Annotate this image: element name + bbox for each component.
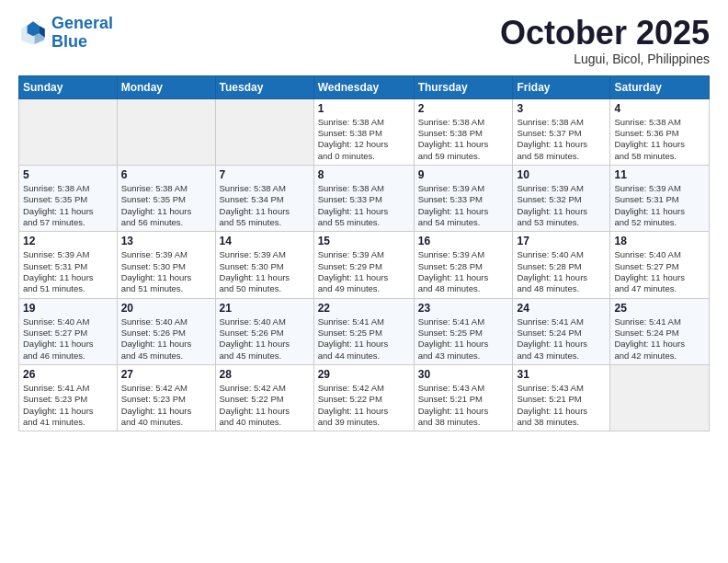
cell-info: Sunrise: 5:38 AM Sunset: 5:36 PM Dayligh… xyxy=(614,117,705,162)
subtitle: Lugui, Bicol, Philippines xyxy=(500,52,710,66)
day-number: 14 xyxy=(220,235,310,247)
day-number: 27 xyxy=(121,368,211,381)
day-number: 5 xyxy=(23,168,113,181)
day-number: 8 xyxy=(318,168,410,181)
cell-info: Sunrise: 5:38 AM Sunset: 5:33 PM Dayligh… xyxy=(318,183,410,228)
day-number: 9 xyxy=(418,168,509,181)
cell-info: Sunrise: 5:39 AM Sunset: 5:32 PM Dayligh… xyxy=(517,183,606,228)
day-number: 30 xyxy=(418,368,509,381)
calendar-cell: 16Sunrise: 5:39 AM Sunset: 5:28 PM Dayli… xyxy=(414,232,513,298)
cell-info: Sunrise: 5:40 AM Sunset: 5:26 PM Dayligh… xyxy=(121,316,211,362)
logo: General Blue xyxy=(18,15,113,52)
logo-text: General Blue xyxy=(51,15,113,52)
day-number: 1 xyxy=(318,102,410,115)
calendar-cell: 5Sunrise: 5:38 AM Sunset: 5:35 PM Daylig… xyxy=(19,165,118,231)
day-number: 20 xyxy=(121,302,211,315)
calendar-week-4: 19Sunrise: 5:40 AM Sunset: 5:27 PM Dayli… xyxy=(19,298,710,364)
day-number: 25 xyxy=(614,302,705,315)
day-number: 4 xyxy=(614,102,705,115)
calendar-cell: 10Sunrise: 5:39 AM Sunset: 5:32 PM Dayli… xyxy=(513,165,610,231)
calendar-cell: 22Sunrise: 5:41 AM Sunset: 5:25 PM Dayli… xyxy=(313,298,414,364)
logo-line1: General xyxy=(51,14,113,32)
calendar-cell: 17Sunrise: 5:40 AM Sunset: 5:28 PM Dayli… xyxy=(513,232,610,298)
cell-info: Sunrise: 5:42 AM Sunset: 5:22 PM Dayligh… xyxy=(220,383,310,428)
cell-info: Sunrise: 5:40 AM Sunset: 5:27 PM Dayligh… xyxy=(614,249,705,294)
logo-line2: Blue xyxy=(51,32,87,51)
day-number: 26 xyxy=(23,368,113,381)
day-number: 11 xyxy=(614,168,705,181)
day-number: 7 xyxy=(220,168,310,181)
cell-info: Sunrise: 5:41 AM Sunset: 5:23 PM Dayligh… xyxy=(23,383,113,428)
calendar-week-3: 12Sunrise: 5:39 AM Sunset: 5:31 PM Dayli… xyxy=(19,232,710,298)
cell-info: Sunrise: 5:40 AM Sunset: 5:27 PM Dayligh… xyxy=(23,316,113,362)
title-block: October 2025 Lugui, Bicol, Philippines xyxy=(500,15,710,66)
cell-info: Sunrise: 5:38 AM Sunset: 5:38 PM Dayligh… xyxy=(318,117,410,162)
cell-info: Sunrise: 5:39 AM Sunset: 5:30 PM Dayligh… xyxy=(121,249,211,294)
day-header-wednesday: Wednesday xyxy=(313,75,414,98)
day-header-sunday: Sunday xyxy=(19,75,118,98)
calendar-cell: 21Sunrise: 5:40 AM Sunset: 5:26 PM Dayli… xyxy=(215,298,313,364)
cell-info: Sunrise: 5:41 AM Sunset: 5:25 PM Dayligh… xyxy=(318,316,410,362)
cell-info: Sunrise: 5:42 AM Sunset: 5:22 PM Dayligh… xyxy=(318,383,410,428)
day-number: 15 xyxy=(318,235,410,247)
calendar-cell: 12Sunrise: 5:39 AM Sunset: 5:31 PM Dayli… xyxy=(19,232,118,298)
day-number: 23 xyxy=(418,302,509,315)
calendar-cell: 25Sunrise: 5:41 AM Sunset: 5:24 PM Dayli… xyxy=(610,298,710,364)
day-number: 16 xyxy=(418,235,509,247)
calendar-cell: 18Sunrise: 5:40 AM Sunset: 5:27 PM Dayli… xyxy=(610,232,710,298)
calendar-cell: 28Sunrise: 5:42 AM Sunset: 5:22 PM Dayli… xyxy=(215,365,313,431)
cell-info: Sunrise: 5:40 AM Sunset: 5:26 PM Dayligh… xyxy=(220,316,310,362)
calendar-cell: 8Sunrise: 5:38 AM Sunset: 5:33 PM Daylig… xyxy=(313,165,414,231)
day-number: 13 xyxy=(121,235,211,247)
calendar-cell: 27Sunrise: 5:42 AM Sunset: 5:23 PM Dayli… xyxy=(117,365,215,431)
day-number: 31 xyxy=(517,368,606,381)
calendar-cell: 6Sunrise: 5:38 AM Sunset: 5:35 PM Daylig… xyxy=(117,165,215,231)
calendar-cell: 4Sunrise: 5:38 AM Sunset: 5:36 PM Daylig… xyxy=(610,98,710,165)
day-number: 24 xyxy=(517,302,606,315)
day-number: 10 xyxy=(517,168,606,181)
cell-info: Sunrise: 5:38 AM Sunset: 5:34 PM Dayligh… xyxy=(220,183,310,228)
cell-info: Sunrise: 5:39 AM Sunset: 5:31 PM Dayligh… xyxy=(614,183,705,228)
day-number: 19 xyxy=(23,302,113,315)
day-number: 29 xyxy=(318,368,410,381)
calendar-week-5: 26Sunrise: 5:41 AM Sunset: 5:23 PM Dayli… xyxy=(19,365,710,431)
cell-info: Sunrise: 5:43 AM Sunset: 5:21 PM Dayligh… xyxy=(418,383,509,428)
day-number: 2 xyxy=(418,102,509,115)
calendar-cell: 13Sunrise: 5:39 AM Sunset: 5:30 PM Dayli… xyxy=(117,232,215,298)
day-header-saturday: Saturday xyxy=(610,75,710,98)
day-number: 17 xyxy=(517,235,606,247)
cell-info: Sunrise: 5:40 AM Sunset: 5:28 PM Dayligh… xyxy=(517,249,606,294)
cell-info: Sunrise: 5:41 AM Sunset: 5:24 PM Dayligh… xyxy=(614,316,705,362)
cell-info: Sunrise: 5:39 AM Sunset: 5:30 PM Dayligh… xyxy=(220,249,310,294)
calendar-cell: 20Sunrise: 5:40 AM Sunset: 5:26 PM Dayli… xyxy=(117,298,215,364)
calendar-cell: 31Sunrise: 5:43 AM Sunset: 5:21 PM Dayli… xyxy=(513,365,610,431)
calendar-cell: 3Sunrise: 5:38 AM Sunset: 5:37 PM Daylig… xyxy=(513,98,610,165)
calendar-cell: 2Sunrise: 5:38 AM Sunset: 5:38 PM Daylig… xyxy=(414,98,513,165)
calendar-cell: 7Sunrise: 5:38 AM Sunset: 5:34 PM Daylig… xyxy=(215,165,313,231)
day-number: 28 xyxy=(220,368,310,381)
cell-info: Sunrise: 5:38 AM Sunset: 5:38 PM Dayligh… xyxy=(418,117,509,162)
calendar-cell: 29Sunrise: 5:42 AM Sunset: 5:22 PM Dayli… xyxy=(313,365,414,431)
calendar-cell xyxy=(117,98,215,165)
calendar-cell xyxy=(215,98,313,165)
svg-marker-2 xyxy=(28,21,40,36)
day-header-tuesday: Tuesday xyxy=(215,75,313,98)
day-number: 6 xyxy=(121,168,211,181)
calendar-cell: 30Sunrise: 5:43 AM Sunset: 5:21 PM Dayli… xyxy=(414,365,513,431)
cell-info: Sunrise: 5:39 AM Sunset: 5:31 PM Dayligh… xyxy=(23,249,113,294)
cell-info: Sunrise: 5:41 AM Sunset: 5:24 PM Dayligh… xyxy=(517,316,606,362)
calendar-cell: 15Sunrise: 5:39 AM Sunset: 5:29 PM Dayli… xyxy=(313,232,414,298)
calendar-cell: 14Sunrise: 5:39 AM Sunset: 5:30 PM Dayli… xyxy=(215,232,313,298)
calendar-week-2: 5Sunrise: 5:38 AM Sunset: 5:35 PM Daylig… xyxy=(19,165,710,231)
calendar-header-row: SundayMondayTuesdayWednesdayThursdayFrid… xyxy=(19,75,710,98)
calendar-cell: 26Sunrise: 5:41 AM Sunset: 5:23 PM Dayli… xyxy=(19,365,118,431)
cell-info: Sunrise: 5:38 AM Sunset: 5:35 PM Dayligh… xyxy=(121,183,211,228)
calendar-week-1: 1Sunrise: 5:38 AM Sunset: 5:38 PM Daylig… xyxy=(19,98,710,165)
day-number: 18 xyxy=(614,235,705,247)
calendar-cell: 23Sunrise: 5:41 AM Sunset: 5:25 PM Dayli… xyxy=(414,298,513,364)
calendar-cell xyxy=(610,365,710,431)
calendar-cell: 24Sunrise: 5:41 AM Sunset: 5:24 PM Dayli… xyxy=(513,298,610,364)
day-number: 22 xyxy=(318,302,410,315)
cell-info: Sunrise: 5:42 AM Sunset: 5:23 PM Dayligh… xyxy=(121,383,211,428)
header: General Blue October 2025 Lugui, Bicol, … xyxy=(18,15,710,66)
